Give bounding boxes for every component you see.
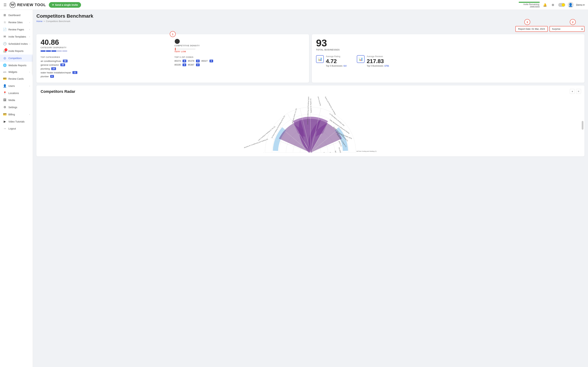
cat-name-1: general contractor: [41, 64, 59, 66]
sidebar-item-media[interactable]: 🖼 Media: [0, 97, 33, 104]
sidebar-item-settings[interactable]: ⚙ Settings: [0, 104, 33, 111]
invite-remaining: Invite Remaining: 2996/3000: [519, 2, 540, 8]
sidebar-item-locations[interactable]: 📍 Locations: [0, 90, 33, 97]
zip-row-0: 85374 4 85378 3 85027 3: [174, 60, 305, 62]
sidebar-item-invite-templates[interactable]: ✉ Invite Templates ›: [0, 33, 33, 40]
sidebar-label-locations: Locations: [9, 92, 19, 95]
cat-badge-1: 39: [60, 63, 65, 66]
toggle-knob: [562, 3, 565, 7]
notification-icon[interactable]: 🔔: [542, 2, 548, 8]
sidebar-item-review-cards[interactable]: 💳 Review Cards: [0, 75, 33, 82]
left-card-bottom: TOP CATEGORIES air conditioning/hvac 59 …: [41, 56, 305, 79]
sidebar-item-users[interactable]: 👤 Users ›: [0, 82, 33, 90]
svg-text:Bell Air Conditioning (Y): Bell Air Conditioning (Y): [335, 151, 339, 153]
cat-name-2: plumbing: [41, 67, 50, 70]
invite-progress-fill: [519, 2, 540, 3]
svg-text:Roberts AC Plumbing and Caring: Roberts AC Plumbing and Caring (Y): [323, 97, 336, 115]
sidebar-label-website-reports: Website Reports: [9, 64, 26, 67]
page-title: Competitors Benchmark: [36, 13, 585, 19]
logo-owl-icon: [9, 2, 16, 8]
zip-3: 85335: [174, 63, 181, 66]
invite-progress-bar: [519, 2, 540, 3]
cat-name-4: plumber: [41, 75, 49, 78]
svg-text:Sundurants Air Conditioning an: Sundurants Air Conditioning and Heating …: [244, 138, 268, 149]
chevron-icon: ›: [29, 21, 30, 24]
radar-svg: Cool Blew Inc. - AC Repair Surprise AZ S…: [244, 97, 377, 153]
radar-close-button[interactable]: ✕: [576, 89, 581, 94]
invite-reports-badge: 10: [5, 48, 7, 51]
sidebar-item-video-tutorials[interactable]: ▶ Video Tutorials: [0, 118, 33, 125]
svg-text:Ganef Air Conditioning and Hea: Ganef Air Conditioning and Heating (Y): [313, 97, 321, 106]
avg-reviews-value: 217.83: [367, 58, 389, 64]
cat-badge-3: 11: [72, 71, 77, 74]
density-indicator: [175, 48, 176, 50]
right-stats-card: 93 TOTAL BUSINESSES 📊 Average Rating 4.7…: [312, 34, 585, 83]
sidebar-item-billing[interactable]: 💳 Billing ›: [0, 111, 33, 118]
sidebar-item-dashboard[interactable]: ⊞ Dashboard: [0, 12, 33, 19]
metrics-row: 📊 Average Rating 4.72 Top 5 Businesses: …: [316, 55, 580, 67]
chevron-icon: ›: [29, 85, 30, 87]
callout-1: 1: [170, 31, 176, 37]
svg-text:AirTime Cooling and Heating (Y: AirTime Cooling and Heating (Y): [356, 150, 377, 152]
radar-title: Competitors Radar: [41, 89, 580, 94]
add-icon[interactable]: ⊕: [550, 2, 556, 8]
users-icon: 👤: [3, 84, 7, 88]
avatar[interactable]: 👤: [568, 2, 574, 8]
sidebar-item-widgets[interactable]: </> Widgets ›: [0, 69, 33, 75]
sidebar-item-invite-reports[interactable]: 📊 Invite Reports 10: [0, 47, 33, 55]
top-categories-label: TOP CATEGORIES: [41, 56, 171, 58]
scrollbar-thumb[interactable]: [582, 121, 583, 130]
theme-toggle[interactable]: [558, 3, 565, 7]
zip-2: 85027: [201, 60, 208, 62]
breadcrumb-home[interactable]: Home: [36, 20, 43, 23]
callout-2-circle: 2: [570, 19, 576, 25]
sidebar-label-review-sites: Review Sites: [9, 21, 23, 24]
sidebar-item-competitors[interactable]: ◎ Competitors: [0, 55, 33, 62]
callout-3-circle: 3: [524, 19, 530, 25]
avg-rating-top5-value: 4.4: [344, 65, 346, 67]
topnav: ☰ REVIEW TOOL ✈ Send a single invite: [0, 0, 588, 10]
zip-row-1: 85335 3 85387 3: [174, 63, 305, 66]
sidebar-label-settings: Settings: [9, 106, 17, 109]
avg-reviews-top5: Top 5 Businesses: 1731: [367, 65, 389, 67]
zip-1: 85378: [188, 60, 194, 62]
sidebar-item-logout[interactable]: → Logout: [0, 125, 33, 132]
send-invite-button[interactable]: ✈ Send a single invite: [49, 2, 81, 8]
logo: REVIEW TOOL: [9, 2, 46, 8]
demo-menu[interactable]: Demo ▾: [576, 3, 585, 6]
sidebar-item-website-reports[interactable]: 🌐 Website Reports: [0, 62, 33, 69]
sidebar-label-invite-templates: Invite Templates: [9, 35, 26, 38]
sidebar: ⊞ Dashboard ☆ Review Sites › 📄 Review Pa…: [0, 10, 33, 367]
zip-badge-2: 3: [209, 60, 213, 62]
controls-section: 3 2 Report Date: 01 Mar, 2023 Surprise: [36, 24, 585, 32]
billing-icon: 💳: [3, 113, 7, 116]
location-select[interactable]: Surprise: [550, 26, 585, 32]
sidebar-label-invite-reports: Invite Reports: [9, 50, 24, 52]
callout-3: 3: [524, 19, 530, 25]
invite-templates-icon: ✉: [3, 35, 7, 38]
sidebar-label-competitors: Competitors: [9, 57, 22, 60]
avg-reviews-label: Average Reviews: [367, 55, 389, 58]
avg-rating-block: 📊 Average Rating 4.72 Top 5 Businesses: …: [316, 55, 346, 67]
review-sites-icon: ☆: [3, 20, 7, 24]
cat-row-3: water heater installation/repair 11: [41, 71, 171, 74]
competitive-density-label: COMPETITIVE DENSITY: [174, 45, 305, 47]
report-date-button[interactable]: Report Date: 01 Mar, 2023: [515, 26, 548, 32]
svg-text:Superior AC Repair (G): Superior AC Repair (G): [310, 98, 312, 113]
sidebar-item-competitors-wrap: ◎ Competitors Competitors Benchmark Mang…: [0, 55, 33, 62]
hamburger-icon[interactable]: ☰: [3, 3, 7, 7]
competitive-density-icon: ⬤: [174, 38, 305, 44]
sidebar-label-video-tutorials: Video Tutorials: [9, 120, 25, 123]
send-invite-label: Send a single invite: [55, 3, 78, 6]
media-icon: 🖼: [3, 98, 7, 102]
radar-collapse-button[interactable]: ▾: [570, 89, 575, 94]
invite-remaining-text: Invite Remaining: 2996/3000: [519, 3, 540, 8]
pbar-2: [46, 50, 51, 52]
breadcrumb: Home > Competitors Benchmark: [36, 20, 585, 23]
sidebar-item-review-pages[interactable]: 📄 Review Pages ›: [0, 26, 33, 33]
zip-badge-0: 4: [182, 60, 186, 62]
sidebar-item-review-sites[interactable]: ☆ Review Sites ›: [0, 19, 33, 26]
review-cards-icon: 💳: [3, 77, 7, 81]
sidebar-label-scheduled-invites: Scheduled Invites: [9, 42, 28, 45]
sidebar-item-scheduled-invites[interactable]: 🕐 Scheduled Invites ›: [0, 40, 33, 47]
